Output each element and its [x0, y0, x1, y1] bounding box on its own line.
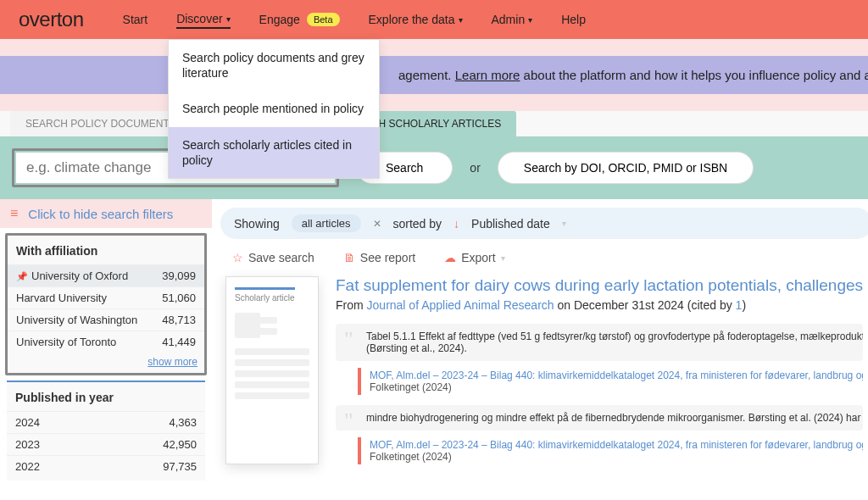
- clear-chip-icon[interactable]: ✕: [373, 218, 381, 230]
- filter-name: University of Oxford: [31, 269, 128, 282]
- see-report-label: See report: [360, 251, 415, 264]
- filter-count: 51,060: [162, 292, 196, 304]
- nav-help[interactable]: Help: [561, 13, 586, 26]
- filter-count: 41,449: [162, 336, 196, 348]
- filter-name: University of Washington: [16, 314, 137, 326]
- citing-doc-2: MOF, Alm.del – 2023-24 – Bilag 440: klim…: [358, 437, 863, 464]
- chevron-down-icon: ▾: [528, 15, 532, 25]
- sorted-by-label: sorted by: [393, 217, 442, 231]
- document-icon: 🗎: [343, 251, 355, 264]
- filter-row-2024[interactable]: 2024 4,363: [7, 411, 205, 433]
- result-item: Scholarly article Fat supplement for dai…: [220, 276, 868, 464]
- nav-discover-label: Discover: [176, 12, 222, 25]
- result-meta: From Journal of Applied Animal Research …: [336, 298, 863, 312]
- show-more-link[interactable]: show more: [147, 356, 198, 368]
- nav-explore-label: Explore the data: [369, 13, 455, 26]
- result-body: Fat supplement for dairy cows during ear…: [336, 276, 863, 464]
- discover-dropdown: Search policy documents and grey literat…: [168, 39, 380, 179]
- affiliation-title: With affiliation: [8, 236, 204, 264]
- results-area: Showing all articles ✕ sorted by ↓ Publi…: [212, 199, 868, 486]
- result-thumbnail[interactable]: Scholarly article: [225, 276, 319, 464]
- save-search-label: Save search: [248, 251, 314, 264]
- thumb-label: Scholarly article: [235, 287, 295, 303]
- thumb-placeholder-icon: [235, 313, 260, 338]
- chevron-down-icon: ▾: [459, 15, 463, 25]
- filter-name: University of Toronto: [16, 336, 116, 348]
- primary-nav: Start Discover ▾ Engage Beta Explore the…: [123, 12, 586, 27]
- citing-doc-link[interactable]: MOF, Alm.del – 2023-24 – Bilag 440: klim…: [370, 369, 863, 381]
- banner-lead: agement.: [398, 68, 455, 82]
- hide-filters-link[interactable]: Click to hide search filters: [28, 207, 173, 221]
- showing-label: Showing: [234, 217, 280, 231]
- nav-explore[interactable]: Explore the data ▾: [369, 13, 463, 26]
- filter-count: 48,713: [162, 314, 196, 326]
- sort-icon: ↓: [453, 217, 459, 231]
- hamburger-icon: ≡: [10, 206, 18, 221]
- result-title-link[interactable]: Fat supplement for dairy cows during ear…: [336, 276, 863, 295]
- citing-doc-source: Folketinget (2024): [370, 451, 452, 463]
- filter-count: 42,950: [163, 438, 197, 451]
- search-by-id-button[interactable]: Search by DOI, ORCID, PMID or ISBN: [498, 152, 754, 184]
- save-search-link[interactable]: ☆ Save search: [232, 251, 314, 264]
- chevron-down-icon[interactable]: ▾: [562, 219, 566, 228]
- filter-count: 39,099: [162, 269, 196, 282]
- sidebar: ≡ Click to hide search filters With affi…: [0, 199, 212, 486]
- chevron-down-icon: ▾: [226, 14, 231, 24]
- nav-discover[interactable]: Discover ▾: [176, 12, 230, 29]
- tab-policy-documents[interactable]: SEARCH POLICY DOCUMENTS: [10, 111, 192, 136]
- filter-name: Harvard University: [16, 292, 107, 304]
- nav-admin-label: Admin: [492, 13, 526, 26]
- filter-name: 2022: [15, 460, 40, 473]
- filter-count: 97,735: [163, 460, 197, 473]
- banner-learn-more-link[interactable]: Learn more: [455, 68, 520, 82]
- result-actions: ☆ Save search 🗎 See report ☁ Export ▾: [220, 239, 868, 276]
- banner-wrap: agement. Learn more about the platform a…: [0, 39, 868, 111]
- export-link[interactable]: ☁ Export ▾: [444, 251, 504, 264]
- affiliation-filter: With affiliation 📌University of Oxford 3…: [5, 233, 207, 375]
- nav-engage[interactable]: Engage Beta: [259, 13, 340, 26]
- search-bar: Search or Search by DOI, ORCID, PMID or …: [0, 136, 868, 199]
- filter-name: 2023: [15, 438, 40, 451]
- quote-text: (Børsting et al., 2024).: [366, 342, 467, 354]
- info-banner: agement. Learn more about the platform a…: [0, 56, 868, 94]
- filter-row-oxford[interactable]: 📌University of Oxford 39,099: [8, 264, 204, 286]
- citing-doc-source: Folketinget (2024): [370, 381, 452, 393]
- export-label: Export: [461, 251, 495, 264]
- citing-doc-link[interactable]: MOF, Alm.del – 2023-24 – Bilag 440: klim…: [370, 439, 863, 451]
- banner-rest: about the platform and how it helps you …: [520, 68, 868, 82]
- chevron-down-icon: ▾: [501, 253, 505, 263]
- logo[interactable]: overton: [19, 8, 84, 31]
- nav-admin[interactable]: Admin ▾: [492, 13, 533, 26]
- dropdown-scholarly[interactable]: Search scholarly articles cited in polic…: [169, 127, 379, 178]
- citation-context-2: " mindre biohydrogenering og mindre effe…: [336, 405, 863, 431]
- filter-row-toronto[interactable]: University of Toronto 41,449: [8, 331, 204, 353]
- quote-icon: ": [344, 408, 353, 431]
- hide-filters-bar[interactable]: ≡ Click to hide search filters: [0, 199, 212, 228]
- results-toolbar: Showing all articles ✕ sorted by ↓ Publi…: [220, 208, 868, 239]
- citation-context-1: " Tabel 5.1.1 Effekt af fedttype (ved 51…: [336, 324, 863, 361]
- nav-start[interactable]: Start: [123, 13, 148, 26]
- sort-value[interactable]: Published date: [471, 217, 550, 231]
- year-title: Published in year: [7, 382, 205, 411]
- dropdown-people[interactable]: Search people mentioned in policy: [169, 91, 379, 126]
- journal-link[interactable]: Journal of Applied Animal Research: [367, 298, 554, 312]
- quote-icon: ": [344, 327, 353, 353]
- filter-row-2022[interactable]: 2022 97,735: [7, 455, 205, 477]
- top-navbar: overton Start Discover ▾ Engage Beta Exp…: [0, 0, 868, 39]
- pin-icon: 📌: [16, 271, 28, 281]
- quote-text: Tabel 5.1.1 Effekt af fedttype (ved 51 g…: [366, 331, 863, 342]
- cloud-icon: ☁: [444, 251, 456, 264]
- year-filter: Published in year 2024 4,363 2023 42,950…: [7, 381, 205, 481]
- dropdown-policy-docs[interactable]: Search policy documents and grey literat…: [169, 40, 379, 91]
- citing-doc-1: MOF, Alm.del – 2023-24 – Bilag 440: klim…: [358, 368, 863, 395]
- search-tabs: SEARCH POLICY DOCUMENTS SEARCH PEOPLE SE…: [0, 111, 868, 136]
- filter-name: 2024: [15, 416, 40, 429]
- nav-engage-label: Engage: [259, 13, 300, 26]
- filter-row-harvard[interactable]: Harvard University 51,060: [8, 286, 204, 308]
- filter-row-washington[interactable]: University of Washington 48,713: [8, 308, 204, 331]
- see-report-link[interactable]: 🗎 See report: [343, 251, 415, 264]
- beta-badge: Beta: [307, 13, 340, 26]
- filter-row-2023[interactable]: 2023 42,950: [7, 433, 205, 455]
- star-icon: ☆: [232, 251, 243, 264]
- filter-chip-all[interactable]: all articles: [292, 214, 361, 232]
